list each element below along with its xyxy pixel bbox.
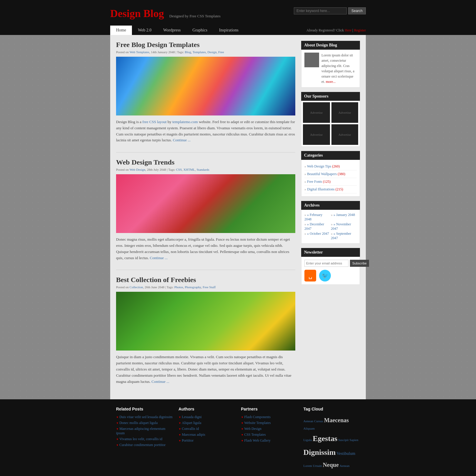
here-link[interactable]: Here	[345, 28, 351, 32]
sponsor-1[interactable]: Advertise	[303, 102, 330, 123]
rss-icon[interactable]: ␣	[304, 270, 316, 281]
tag-cloud-content: Aenean Cursus Maecenas Aliquam Ligula Eg…	[304, 415, 360, 470]
categories-list: Web Design Tips (260) Beautiful Wallpape…	[304, 163, 357, 193]
tag-lorem[interactable]: Lorem	[304, 464, 312, 467]
archive-nov2047[interactable]: » November 2047	[331, 222, 357, 231]
post-3: Best Collection of Freebies Posted on Co…	[116, 276, 295, 385]
archive-jan2048[interactable]: » January 2048	[331, 213, 357, 222]
sidebar-archives-content: » February 2048 » January 2048 » Decembe…	[301, 210, 360, 244]
about-text: Lorem ipsum dolor sit amet, consectetur …	[321, 53, 357, 84]
nav: Home Web 2.0 Wordpress Graphics Inspirat…	[0, 26, 476, 35]
post-3-image	[116, 292, 295, 351]
related-post-1[interactable]: Duis vitae velit sed lesuada dignissim	[116, 415, 173, 419]
tagline: Designed by Free CSS Templates	[169, 14, 220, 18]
sidebar-newsletter-content: Subscribe ␣ 🐦	[301, 257, 360, 285]
logo[interactable]: Design Blog	[110, 4, 164, 26]
sidebar-categories-content: Web Design Tips (260) Beautiful Wallpape…	[301, 160, 360, 197]
sidebar-about-content: Lorem ipsum dolor sit amet, consectetur …	[301, 50, 360, 88]
partner-website-templates[interactable]: Website Templates	[241, 421, 298, 425]
newsletter-form: Subscribe	[304, 260, 357, 267]
sidebar-archives: Archives » February 2048 » January 2048 …	[301, 201, 360, 244]
newsletter-email-input[interactable]	[304, 260, 348, 267]
logo-text: Design Blog	[110, 7, 164, 20]
nav-item-wordpress[interactable]: Wordpress	[157, 26, 187, 35]
nav-item-inspirations[interactable]: Inspirations	[213, 26, 244, 35]
partner-web-design[interactable]: Web Design	[241, 427, 298, 431]
newsletter-subscribe-button[interactable]: Subscribe	[350, 260, 369, 267]
footer-tag-cloud: Tag Cloud Aenean Cursus Maecenas Aliquam…	[304, 407, 360, 470]
social-icons: ␣ 🐦	[304, 270, 357, 281]
nav-links: Home Web 2.0 Wordpress Graphics Inspirat…	[110, 26, 244, 35]
archive-dec2047[interactable]: » December 2047	[304, 222, 330, 231]
tag-aenean[interactable]: Aenean	[304, 419, 314, 423]
sidebar-about-title: About Design Blog	[301, 41, 360, 50]
tag-dignissim[interactable]: Dignissim	[304, 448, 336, 457]
author-5[interactable]: Porttitor	[179, 438, 235, 443]
sidebar-newsletter: Newsletter Subscribe ␣ 🐦	[301, 248, 360, 285]
author-3[interactable]: Convallis id	[179, 427, 235, 431]
tag-cursus[interactable]: Cursus	[314, 419, 323, 423]
sidebar: About Design Blog Lorem ipsum dolor sit …	[301, 41, 360, 393]
footer-authors-title: Authors	[179, 407, 235, 411]
wrapper: Free Blog Design Templates Posted on Web…	[110, 35, 366, 399]
sponsor-3[interactable]: Advertise	[303, 124, 330, 145]
register-text: Already Registered? Click Here | Registe…	[306, 28, 366, 33]
nav-item-home[interactable]: Home	[110, 26, 132, 35]
sidebar-sponsors: Our Sponsors Advertise Advertise Adverti…	[301, 92, 360, 147]
partner-flash-web-gallery[interactable]: Flash Web Gallery	[241, 438, 298, 443]
post-3-text: Quisque in diam a justo condimentum mole…	[116, 354, 295, 385]
post-1-title: Free Blog Design Templates	[116, 41, 295, 49]
archive-feb2048[interactable]: » February 2048	[304, 213, 330, 222]
twitter-icon[interactable]: 🐦	[319, 270, 331, 281]
footer-authors: Authors Lesuada digni Aliquet ligula Con…	[179, 407, 235, 470]
partner-flash-components[interactable]: Flash Components	[241, 415, 298, 419]
footer-tag-cloud-title: Tag Cloud	[304, 407, 360, 411]
tag-maecenas[interactable]: Maecenas	[324, 417, 349, 423]
category-2[interactable]: Beautiful Wallpapers (380)	[304, 170, 357, 178]
related-post-3[interactable]: Maecenas adipiscing elementum ipsum	[116, 427, 173, 435]
related-post-4[interactable]: Vivamus leo velit, convallis id	[116, 437, 173, 441]
nav-item-web20[interactable]: Web 2.0	[132, 26, 157, 35]
post-1-continue[interactable]: Continue ...	[173, 138, 191, 142]
tag-aenean2[interactable]: Aenean	[340, 464, 350, 467]
post-3-meta: Posted on Collection, 26th June 2048 | T…	[116, 285, 295, 289]
post-3-continue[interactable]: Continue ...	[152, 379, 170, 384]
category-3[interactable]: Free Fonts (125)	[304, 178, 357, 186]
author-1[interactable]: Lesuada digni	[179, 415, 235, 419]
sponsor-4[interactable]: Advertise	[331, 124, 358, 145]
partner-css-templates[interactable]: CSS Templates	[241, 433, 298, 437]
author-2[interactable]: Aliquet ligula	[179, 421, 235, 425]
post-2-image	[116, 174, 295, 233]
related-post-5[interactable]: Curabitur condimentum porttitor	[116, 443, 173, 447]
about-thumbnail	[304, 53, 319, 67]
tag-ligula[interactable]: Ligula	[304, 438, 312, 442]
author-4[interactable]: Maecenas adipis	[179, 433, 235, 437]
tag-egestas[interactable]: Egestas	[313, 434, 337, 443]
tag-vestibulum[interactable]: Vestibulum	[336, 451, 355, 456]
sidebar-categories: Categories Web Design Tips (260) Beautif…	[301, 151, 360, 197]
tag-aliquam[interactable]: Aliquam	[304, 427, 315, 430]
sponsor-2[interactable]: Advertise	[331, 102, 358, 123]
tag-neque[interactable]: Neque	[323, 462, 338, 468]
post-1-image	[116, 57, 295, 115]
footer-related-posts: Related Posts Duis vitae velit sed lesua…	[116, 407, 173, 470]
search-input[interactable]	[294, 7, 347, 14]
archives-grid: » February 2048 » January 2048 » Decembe…	[304, 213, 357, 240]
archive-oct2047[interactable]: » October 2047	[304, 232, 330, 240]
tag-urnain[interactable]: Urnain	[313, 464, 322, 467]
category-4[interactable]: Digital Illustrations (215)	[304, 186, 357, 193]
tag-sapien[interactable]: Sapien	[349, 438, 358, 442]
footer: Related Posts Duis vitae velit sed lesua…	[0, 399, 476, 476]
footer-inner: Related Posts Duis vitae velit sed lesua…	[110, 399, 366, 476]
tag-suscipit[interactable]: Suscipit	[338, 438, 348, 442]
register-link[interactable]: Register	[354, 28, 366, 32]
about-more-link[interactable]: more...	[326, 80, 336, 84]
related-post-2[interactable]: Donec mollis aliquet ligula	[116, 421, 173, 425]
nav-item-graphics[interactable]: Graphics	[187, 26, 213, 35]
post-2: Web Design Trends Posted on Web Design, …	[116, 158, 295, 261]
category-1[interactable]: Web Design Tips (260)	[304, 163, 357, 170]
archive-sep2047[interactable]: » September 2047	[331, 232, 357, 240]
post-2-continue[interactable]: Continue ...	[150, 256, 168, 260]
search-button[interactable]: Search	[348, 7, 366, 14]
post-2-meta: Posted on Web Design, 28th July 2048 | T…	[116, 168, 295, 171]
